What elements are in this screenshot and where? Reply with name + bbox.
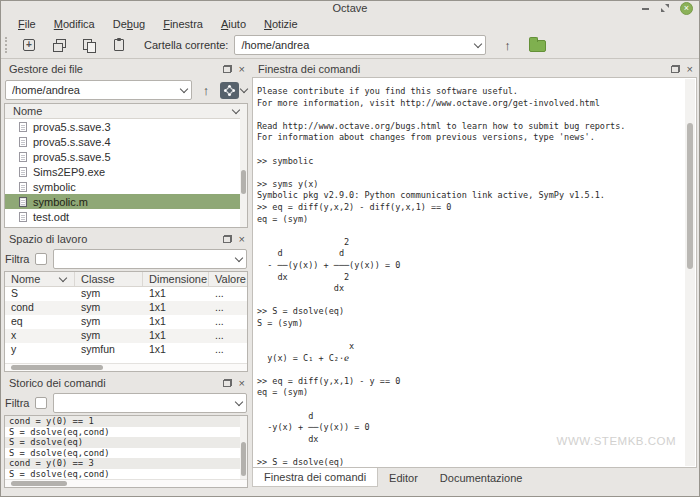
new-script-icon: + — [23, 39, 35, 51]
close-icon[interactable]: × — [239, 64, 245, 75]
file-list-header[interactable]: Nome — [5, 104, 247, 119]
copy-icon — [83, 39, 96, 52]
history-item[interactable]: cond = y(0) == 3 — [5, 458, 247, 469]
scrollbar-thumb[interactable] — [11, 365, 103, 370]
menu-notizie[interactable]: Notizie — [255, 17, 307, 31]
browse-dir-button[interactable] — [528, 36, 546, 54]
octave-window: Octave × File Modifica Debug Finestra Ai… — [0, 0, 700, 497]
current-dir-combo[interactable]: /home/andrea — [234, 35, 486, 55]
history-scrollbar[interactable] — [240, 416, 247, 479]
history-item[interactable]: S = dsolve(eq,cond) — [5, 427, 247, 438]
close-icon[interactable]: × — [687, 64, 693, 75]
document-icon — [19, 122, 27, 132]
file-row[interactable]: test.odt — [5, 209, 247, 224]
undock-icon[interactable] — [223, 379, 232, 387]
titlebar: Octave × — [1, 1, 699, 15]
file-row[interactable]: prova5.s.save.3 — [5, 119, 247, 134]
dir-up-button[interactable]: ↑ — [498, 36, 516, 54]
paste-button[interactable] — [110, 36, 128, 54]
maximize-button[interactable] — [660, 3, 670, 13]
document-icon — [19, 152, 27, 162]
undock-icon[interactable] — [671, 65, 680, 73]
scrollbar-thumb[interactable] — [687, 123, 693, 269]
history-hscrollbar[interactable] — [5, 479, 247, 487]
file-row[interactable]: symbolic — [5, 179, 247, 194]
workspace-row[interactable]: Ssym1x1... — [5, 287, 247, 301]
scrollbar-thumb[interactable] — [241, 442, 246, 476]
filter-label: Filtra — [5, 253, 29, 265]
copy-button[interactable] — [80, 36, 98, 54]
workspace-row[interactable]: eqsym1x1... — [5, 315, 247, 329]
close-icon[interactable]: × — [239, 378, 245, 389]
document-icon — [19, 212, 27, 222]
tab-documentation[interactable]: Documentazione — [429, 468, 534, 487]
document-icon — [19, 182, 27, 192]
menu-aiuto[interactable]: Aiuto — [212, 17, 255, 31]
main-toolbar: + Cartella corrente: /home/andrea ↑ — [1, 32, 699, 59]
file-row[interactable]: prova5.s.save.4 — [5, 134, 247, 149]
history-item[interactable]: S = dsolve(eq,cond) — [5, 448, 247, 459]
show-widgets-button[interactable] — [50, 36, 68, 54]
filter-label: Filtra — [5, 397, 29, 409]
current-dir-value: /home/andrea — [241, 39, 475, 51]
history-item[interactable]: S = dsolve(eq,cond) — [5, 469, 247, 480]
folder-up-button[interactable]: ↑ — [198, 81, 214, 99]
actions-menu-button[interactable] — [220, 82, 239, 99]
file-list: Nome prova5.s.save.3 prova5.s.save.4 pro… — [4, 103, 248, 228]
scrollbar-thumb[interactable] — [11, 481, 67, 486]
workspace-table: Nome Classe Dimensione Valore Ssym1x1...… — [4, 271, 248, 372]
close-button[interactable]: × — [680, 2, 693, 15]
tab-editor[interactable]: Editor — [378, 468, 429, 487]
workspace-panel: Spazio di lavoro × Filtra — [3, 231, 249, 372]
history-item[interactable]: cond = y(0) == 1 — [5, 416, 247, 427]
new-script-button[interactable]: + — [20, 36, 38, 54]
current-dir-label: Cartella corrente: — [144, 39, 228, 51]
workspace-header: Spazio di lavoro × — [3, 231, 249, 247]
folder-icon — [529, 40, 546, 52]
file-row[interactable]: Sims2EP9.exe — [5, 164, 247, 179]
minimize-button[interactable] — [641, 4, 650, 13]
undock-icon[interactable] — [223, 235, 232, 243]
path-combo[interactable]: /home/andrea — [5, 80, 192, 100]
window-title: Octave — [1, 2, 699, 14]
filter-checkbox[interactable] — [35, 253, 47, 265]
filter-combo[interactable] — [53, 393, 247, 413]
menu-debug[interactable]: Debug — [104, 17, 154, 31]
path-value: /home/andrea — [12, 84, 181, 96]
menu-modifica[interactable]: Modifica — [45, 17, 104, 31]
workspace-row[interactable]: ysymfun1x1... — [5, 343, 247, 357]
undock-icon[interactable] — [223, 65, 232, 73]
close-icon[interactable]: × — [239, 234, 245, 245]
workspace-row[interactable]: condsym1x1... — [5, 301, 247, 315]
terminal-output[interactable]: Please contribute if you find this softw… — [253, 78, 696, 468]
menu-file[interactable]: File — [9, 17, 45, 31]
terminal[interactable]: Please contribute if you find this softw… — [252, 77, 697, 468]
filter-combo[interactable] — [53, 249, 247, 269]
file-row[interactable]: prova5.s.save.5 — [5, 149, 247, 164]
workspace-table-header[interactable]: Nome Classe Dimensione Valore — [5, 272, 247, 287]
toolbar-drag-handle[interactable] — [5, 37, 8, 53]
left-dock-column: Gestore dei file × /home/andrea ↑ — [3, 61, 249, 496]
chevron-down-icon — [180, 84, 188, 92]
workspace-filter-row: Filtra — [3, 247, 249, 271]
filter-checkbox[interactable] — [35, 397, 47, 409]
history-list: cond = y(0) == 1 S = dsolve(eq,cond) S =… — [4, 415, 248, 488]
file-row-selected[interactable]: symbolic.m — [5, 194, 247, 209]
paste-icon — [114, 39, 124, 51]
history-panel: Storico dei comandi × Filtra — [3, 375, 249, 488]
document-icon — [19, 197, 27, 207]
sort-chevron-icon — [59, 273, 67, 281]
workspace-row[interactable]: xsym1x1... — [5, 329, 247, 343]
workspace-title: Spazio di lavoro — [9, 233, 223, 245]
history-item[interactable]: S = dsolve(eq) — [5, 437, 247, 448]
menu-finestra[interactable]: Finestra — [154, 17, 212, 31]
scrollbar-thumb[interactable] — [241, 170, 246, 194]
file-list-scrollbar[interactable] — [240, 104, 247, 227]
menubar: File Modifica Debug Finestra Aiuto Notiz… — [1, 15, 699, 32]
file-browser-panel: Gestore dei file × /home/andrea ↑ — [3, 61, 249, 228]
tab-command-window[interactable]: Finestra dei comandi — [252, 467, 378, 487]
workspace-hscrollbar[interactable] — [5, 363, 247, 371]
terminal-scrollbar[interactable] — [685, 79, 695, 466]
command-window-header: Finestra dei comandi × — [252, 61, 697, 77]
workspace-rows: Ssym1x1... condsym1x1... eqsym1x1... xsy… — [5, 287, 247, 363]
